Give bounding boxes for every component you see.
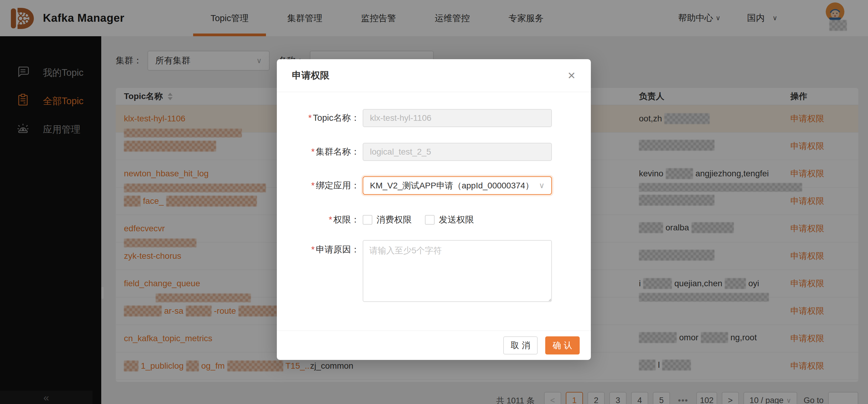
topic-name-input[interactable]: klx-test-hyl-1106 <box>363 109 552 127</box>
dialog-header: 申请权限 ✕ <box>277 59 591 92</box>
dialog-title: 申请权限 <box>292 69 330 82</box>
reason-textarea[interactable] <box>363 240 552 302</box>
chevron-down-icon: ∨ <box>539 181 545 190</box>
bind-app-label: 绑定应用： <box>316 180 360 190</box>
send-permission-checkbox[interactable]: 发送权限 <box>425 214 474 226</box>
reason-label: 申请原因： <box>316 244 360 254</box>
confirm-label: 确认 <box>553 340 575 351</box>
bind-app-value: KM_V2_测试APP申请（appId_00000374） <box>370 180 534 192</box>
bind-app-select[interactable]: KM_V2_测试APP申请（appId_00000374） ∨ <box>363 176 552 195</box>
required-asterisk: * <box>329 215 332 224</box>
confirm-button[interactable]: 确认 <box>545 336 580 355</box>
topic-name-label: Topic名称： <box>313 113 360 123</box>
close-icon[interactable]: ✕ <box>567 71 576 80</box>
required-asterisk: * <box>311 147 315 157</box>
consume-permission-label: 消费权限 <box>377 214 412 226</box>
form-row-app: *绑定应用： KM_V2_测试APP申请（appId_00000374） ∨ <box>277 176 591 195</box>
checkbox-icon <box>363 215 372 225</box>
apply-permission-dialog: 申请权限 ✕ *Topic名称： klx-test-hyl-1106 *集群名称… <box>277 59 591 360</box>
cluster-name-label: 集群名称： <box>316 147 360 157</box>
cluster-name-input[interactable]: logical_test_2_5 <box>363 143 552 161</box>
required-asterisk: * <box>308 113 312 123</box>
form-row-topic: *Topic名称： klx-test-hyl-1106 <box>277 109 591 127</box>
cancel-button[interactable]: 取消 <box>503 336 538 355</box>
form-row-cluster: *集群名称： logical_test_2_5 <box>277 143 591 161</box>
required-asterisk: * <box>311 180 315 190</box>
required-asterisk: * <box>311 244 315 254</box>
cancel-label: 取消 <box>511 340 533 351</box>
kafka-manager-app: Kafka Manager Topic管理集群管理监控告警运维管控专家服务 帮助… <box>0 0 868 404</box>
permission-label: 权限： <box>333 215 360 224</box>
send-permission-label: 发送权限 <box>439 214 474 226</box>
dialog-footer: 取消 确认 <box>277 331 591 360</box>
consume-permission-checkbox[interactable]: 消费权限 <box>363 214 412 226</box>
form-row-permission: *权限： 消费权限 发送权限 <box>277 214 591 226</box>
checkbox-icon <box>425 215 435 225</box>
form-row-reason: *申请原因： <box>277 240 591 302</box>
